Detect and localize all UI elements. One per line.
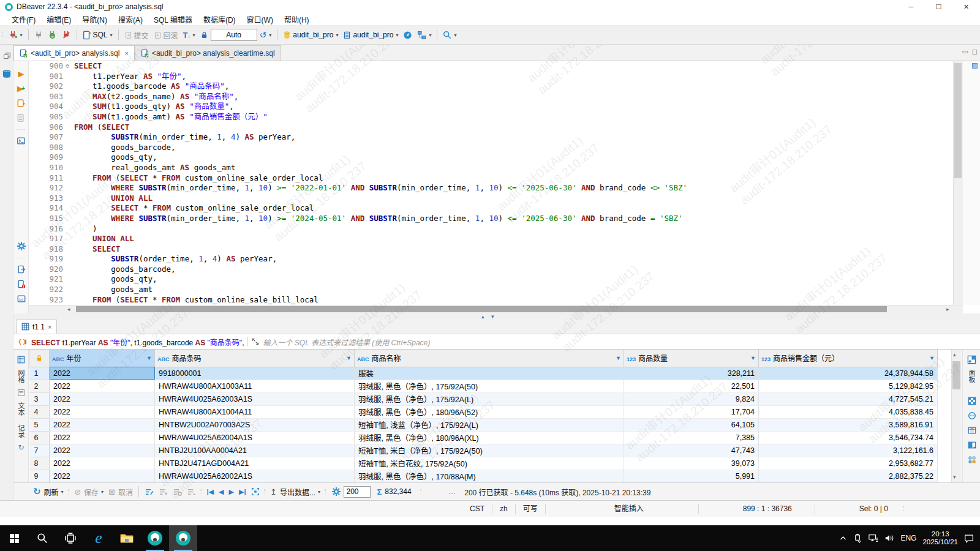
- grid-cell[interactable]: 2,882,375.22: [759, 470, 938, 482]
- code-line[interactable]: 923 FROM (SELECT * FROM custom_online_sa…: [29, 295, 953, 305]
- code-line[interactable]: 910 real_goods_amt AS goods_amt: [29, 163, 953, 173]
- refresh-button[interactable]: ↻ 刷新 ▾: [31, 485, 66, 498]
- grid-cell[interactable]: HWRAW4U800AX1004A11: [155, 405, 355, 418]
- grid-cell[interactable]: 羽绒服, 黑色（净色）, 175/92A(L): [355, 392, 624, 405]
- variables-button[interactable]: (x): [13, 291, 29, 306]
- toolbar-search-button[interactable]: ▾: [441, 29, 458, 40]
- grid-cell[interactable]: 2022: [50, 444, 155, 457]
- sash-down-arrow[interactable]: ▾: [491, 313, 494, 320]
- delete-row-button[interactable]: [185, 487, 198, 497]
- filter-sql-text[interactable]: SELECT t1.perYear AS "年份", t1.goods_barc…: [31, 337, 244, 347]
- refresh-rail-button[interactable]: ↻: [13, 440, 29, 455]
- maximize-button[interactable]: ☐: [925, 0, 952, 13]
- panels-button[interactable]: [963, 352, 980, 367]
- grid-cell[interactable]: 3,589,816.91: [759, 418, 938, 431]
- grid-cell[interactable]: 4,035,838.45: [759, 405, 938, 418]
- grid-scroll-up-arrow[interactable]: ▴: [953, 351, 956, 358]
- row-count-button[interactable]: Σ 832,344: [375, 486, 413, 498]
- results-tab[interactable]: t1 1 ×: [16, 320, 57, 334]
- table-row[interactable]: 42022HWRAW4U800AX1004A11羽绒服, 黑色（净色）, 180…: [29, 405, 938, 418]
- database-selector[interactable]: audit_bi_pro ▾: [281, 29, 340, 41]
- code-line[interactable]: 907 SUBSTR(min_order_time, 1, 4) AS perY…: [29, 132, 953, 143]
- start-button[interactable]: [0, 525, 28, 551]
- grid-cell[interactable]: 4,727,545.21: [759, 392, 938, 405]
- execute-script-button[interactable]: [13, 96, 29, 110]
- code-line[interactable]: 913 UNION ALL: [29, 193, 953, 204]
- grid-cell[interactable]: 3,546,734.74: [759, 431, 938, 444]
- execute-new-tab-button[interactable]: ▶+: [13, 81, 29, 96]
- dbeaver-taskbar-button[interactable]: [141, 525, 169, 551]
- column-filter-caret[interactable]: ▼: [750, 355, 756, 361]
- menu-item-4[interactable]: SQL 编辑器: [148, 14, 198, 24]
- code-line[interactable]: 904 SUM(t1.goods_qty) AS "商品数量",: [29, 102, 953, 112]
- sql-editor-caret[interactable]: ▾: [110, 32, 113, 38]
- grid-cell[interactable]: 羽绒服, 黑色（净色）, 180/96A(52): [355, 405, 624, 418]
- code-line[interactable]: 911 FROM (SELECT * FROM custom_online_sa…: [29, 173, 953, 184]
- grid-cell[interactable]: 64,105: [624, 418, 759, 431]
- panels-label[interactable]: 面板: [967, 369, 976, 383]
- reconnect-button[interactable]: [46, 29, 59, 41]
- transaction-mode-button[interactable]: T↓ ▾: [181, 30, 197, 40]
- code-line[interactable]: 921 goods_qty,: [29, 274, 953, 285]
- code-line[interactable]: 919 SUBSTR(order_time, 1, 4) AS perYear,: [29, 254, 953, 264]
- minimize-button[interactable]: ─: [897, 0, 925, 13]
- table-row[interactable]: 120229918000001服装328,21124,378,944.58: [29, 367, 938, 380]
- code-line[interactable]: 914 SELECT * FROM custom_online_sale_ord…: [29, 203, 953, 214]
- value-viewer-button[interactable]: [963, 394, 980, 408]
- row-number[interactable]: 2: [29, 380, 50, 392]
- menu-item-1[interactable]: 编辑(E): [41, 14, 77, 24]
- grid-cell[interactable]: HWRAW4U025A62004A1S: [155, 431, 355, 444]
- grid-cell[interactable]: 羽绒服, 黑色（净色）, 175/92A(50): [355, 380, 624, 392]
- save-file-button[interactable]: [13, 277, 29, 291]
- export-data-button[interactable]: ↥ 导出数据... ▾: [268, 485, 322, 498]
- next-row-button[interactable]: ▶: [227, 488, 236, 496]
- disconnect-button[interactable]: [60, 29, 73, 41]
- result-grid[interactable]: ABC年份▼ABC商品条码▼ABC商品名称▼123商品数量▼123商品销售金额（…: [29, 350, 937, 482]
- row-number[interactable]: 8: [29, 457, 50, 470]
- grid-cell[interactable]: 2022: [50, 367, 155, 380]
- row-number[interactable]: 5: [29, 418, 50, 431]
- grid-cell[interactable]: 羽绒服, 黑色（净色）, 180/96A(XL): [355, 431, 624, 444]
- grid-cell[interactable]: HNTBW2U002A07003A2S: [155, 418, 355, 431]
- refresh-caret[interactable]: ▾: [61, 489, 64, 495]
- column-filter-caret[interactable]: ▼: [346, 355, 352, 361]
- taskbar-clock[interactable]: 20:13 2025/10/21: [922, 530, 958, 546]
- table-row[interactable]: 22022HWRAW4U800AX1003A11羽绒服, 黑色（净色）, 175…: [29, 380, 938, 392]
- menu-item-3[interactable]: 搜索(A): [113, 14, 148, 24]
- sash-up-arrow[interactable]: ▴: [481, 313, 484, 320]
- explain-plan-button[interactable]: [13, 110, 29, 125]
- result-settings-button[interactable]: [330, 485, 343, 498]
- first-row-button[interactable]: |◀: [205, 488, 217, 496]
- transaction-caret[interactable]: ▾: [193, 32, 195, 38]
- table-row[interactable]: 62022HWRAW4U025A62004A1S羽绒服, 黑色（净色）, 180…: [29, 431, 938, 444]
- code-line[interactable]: 903 MAX(t2.goods_name) AS "商品名称",: [29, 92, 953, 102]
- grid-cell[interactable]: 2022: [50, 392, 155, 405]
- fetch-all-button[interactable]: [249, 486, 262, 497]
- grid-cell[interactable]: 39,073: [624, 457, 759, 470]
- grid-cell[interactable]: 47,743: [624, 444, 759, 457]
- code-line[interactable]: 900⊖SELECT: [29, 61, 953, 72]
- presentation-tab-text[interactable]: 文本: [16, 402, 26, 416]
- grid-cell[interactable]: 2022: [50, 418, 155, 431]
- grid-scroll-down-arrow[interactable]: ▾: [953, 474, 956, 480]
- grid-cell[interactable]: HNTBJ2U471AGD004A21: [155, 457, 355, 470]
- code-line[interactable]: 916 ): [29, 224, 953, 234]
- record-mode-tab[interactable]: 记录: [16, 424, 26, 438]
- presentation-text-button[interactable]: [13, 385, 29, 400]
- code-line[interactable]: 901 t1.perYear AS "年份",: [29, 72, 953, 82]
- row-number[interactable]: 4: [29, 405, 50, 418]
- grid-cell[interactable]: 24,378,944.58: [759, 367, 938, 380]
- duplicate-row-button[interactable]: [171, 487, 184, 497]
- editor-vertical-scrollbar-thumb[interactable]: [954, 63, 962, 178]
- edit-cell-button[interactable]: [143, 487, 156, 497]
- hscroll-left-arrow[interactable]: ◂: [67, 306, 70, 312]
- tray-expand-icon[interactable]: [839, 534, 847, 542]
- editor-tab-1[interactable]: <audit_bi_pro> analysis_cleartime.sql: [135, 45, 281, 61]
- grid-cell[interactable]: 9,824: [624, 392, 759, 405]
- usb-icon[interactable]: [853, 534, 862, 543]
- sql-console-button[interactable]: [13, 133, 29, 148]
- grid-cell[interactable]: 2022: [50, 457, 155, 470]
- grid-cell[interactable]: 2022: [50, 405, 155, 418]
- grid-cell[interactable]: 2022: [50, 380, 155, 392]
- new-connection-caret[interactable]: ▾: [20, 32, 23, 38]
